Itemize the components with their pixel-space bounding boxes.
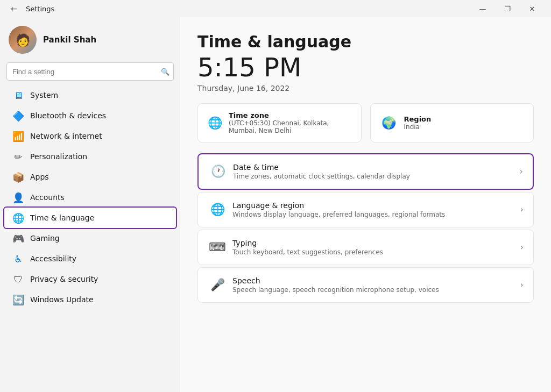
settings-item-typing[interactable]: ⌨ Typing Touch keyboard, text suggestion… [197,230,534,265]
bluetooth-icon: 🔷 [13,110,24,121]
main-content: Time & language 5:15 PM Thursday, June 1… [180,17,551,392]
time-label: Time & language [30,213,167,222]
privacy-label: Privacy & security [30,275,167,283]
speech-desc: Speech language, speech recognition micr… [232,286,520,294]
sidebar: 🧑 Pankil Shah 🔍 🖥 System 🔷 Bluetooth & d… [0,17,180,392]
update-label: Windows Update [30,295,167,304]
speech-label: Speech [232,276,520,285]
search-container: 🔍 [6,62,174,81]
search-input[interactable] [6,62,174,81]
sidebar-item-system[interactable]: 🖥 System [4,85,176,105]
username: Pankil Shah [43,35,96,45]
network-label: Network & internet [30,132,167,140]
speech-text: Speech Speech language, speech recogniti… [232,276,520,294]
page-title: Time & language [197,32,534,51]
sidebar-item-personalization[interactable]: ✏️ Personalization [4,146,176,167]
typing-text: Typing Touch keyboard, text suggestions,… [232,239,520,256]
personalization-icon: ✏️ [13,151,24,162]
settings-list: 🕐 Date & time Time zones, automatic cloc… [197,153,534,303]
back-button[interactable]: ← [6,1,22,16]
sidebar-item-network[interactable]: 📶 Network & internet [4,126,176,146]
date-time-chevron: › [520,166,523,176]
personalization-label: Personalization [30,152,167,161]
typing-icon: ⌨ [208,238,227,257]
info-card-region: 🌍 Region India [370,103,534,142]
sidebar-nav: 🖥 System 🔷 Bluetooth & devices 📶 Network… [0,85,180,310]
update-icon: 🔄 [13,294,24,305]
typing-label: Typing [232,239,520,247]
app-body: 🧑 Pankil Shah 🔍 🖥 System 🔷 Bluetooth & d… [0,17,551,392]
sidebar-item-apps[interactable]: 📦 Apps [4,167,176,187]
sidebar-item-privacy[interactable]: 🛡 Privacy & security [4,269,176,289]
info-card-timezone: 🌐 Time zone (UTC+05:30) Chennai, Kolkata… [197,103,362,142]
timezone-label: Time zone [229,111,351,119]
date-time-desc: Time zones, automatic clock settings, ca… [233,173,520,180]
settings-item-date-time[interactable]: 🕐 Date & time Time zones, automatic cloc… [197,153,534,190]
typing-desc: Touch keyboard, text suggestions, prefer… [232,248,520,256]
sidebar-item-accessibility[interactable]: ♿ Accessibility [4,248,176,269]
settings-item-language-region[interactable]: 🌐 Language & region Windows display lang… [197,192,534,227]
typing-chevron: › [520,242,524,252]
sidebar-item-gaming[interactable]: 🎮 Gaming [4,228,176,248]
region-value: India [404,123,432,131]
window-controls: — ❐ ✕ [470,0,545,17]
apps-label: Apps [30,173,167,181]
current-time: 5:15 PM [197,53,534,82]
accessibility-label: Accessibility [30,254,167,263]
settings-item-speech[interactable]: 🎤 Speech Speech language, speech recogni… [197,267,534,303]
date-time-text: Date & time Time zones, automatic clock … [233,163,520,180]
region-text: Region India [404,115,432,131]
time-icon: 🌐 [13,212,24,223]
titlebar: ← Settings — ❐ ✕ [0,0,551,17]
timezone-icon: 🌐 [208,114,222,131]
timezone-value: (UTC+05:30) Chennai, Kolkata, Mumbai, Ne… [229,119,351,134]
network-icon: 📶 [13,131,24,141]
language-region-label: Language & region [232,201,520,210]
timezone-text: Time zone (UTC+05:30) Chennai, Kolkata, … [229,111,351,134]
language-region-chevron: › [520,204,524,215]
current-date: Thursday, June 16, 2022 [197,84,534,92]
app-title: Settings [26,5,466,13]
close-button[interactable]: ✕ [520,0,545,17]
user-profile[interactable]: 🧑 Pankil Shah [0,17,180,60]
maximize-button[interactable]: ❐ [495,0,520,17]
accounts-icon: 👤 [13,192,24,203]
language-region-text: Language & region Windows display langua… [232,201,520,218]
language-region-icon: 🌐 [208,200,227,219]
sidebar-item-bluetooth[interactable]: 🔷 Bluetooth & devices [4,105,176,126]
info-cards: 🌐 Time zone (UTC+05:30) Chennai, Kolkata… [197,103,534,142]
sidebar-item-accounts[interactable]: 👤 Accounts [4,187,176,208]
system-label: System [30,91,167,99]
accounts-label: Accounts [30,193,167,202]
minimize-button[interactable]: — [470,0,495,17]
apps-icon: 📦 [13,172,24,182]
privacy-icon: 🛡 [13,274,24,284]
sidebar-item-update[interactable]: 🔄 Windows Update [4,289,176,310]
gaming-icon: 🎮 [13,233,24,244]
date-time-label: Date & time [233,163,520,172]
bluetooth-label: Bluetooth & devices [30,111,167,120]
system-icon: 🖥 [13,90,24,101]
accessibility-icon: ♿ [13,253,24,264]
language-region-desc: Windows display language, preferred lang… [232,211,520,218]
region-label: Region [404,115,432,123]
gaming-label: Gaming [30,234,167,243]
speech-chevron: › [520,280,524,290]
region-icon: 🌍 [380,114,398,131]
sidebar-item-time[interactable]: 🌐 Time & language [4,208,176,228]
speech-icon: 🎤 [208,275,227,295]
avatar: 🧑 [9,26,37,54]
date-time-icon: 🕐 [208,162,228,181]
